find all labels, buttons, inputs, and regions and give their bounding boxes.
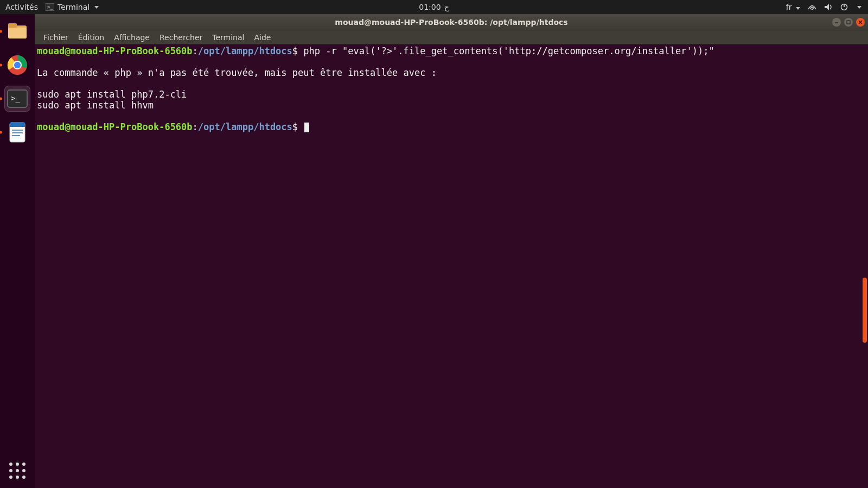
dock-files[interactable]	[4, 18, 30, 44]
terminal-window: mouad@mouad-HP-ProBook-6560b: /opt/lampp…	[35, 14, 868, 488]
svg-text:>_: >_	[11, 94, 20, 103]
keyboard-layout-label: fr	[786, 3, 792, 11]
terminal-line	[37, 56, 866, 67]
app-menu[interactable]: >_ Terminal	[46, 3, 99, 11]
terminal-line: mouad@mouad-HP-ProBook-6560b:/opt/lampp/…	[37, 121, 866, 132]
window-close-button[interactable]	[856, 18, 865, 27]
svg-point-11	[14, 62, 21, 68]
terminal-output-area[interactable]: mouad@mouad-HP-ProBook-6560b:/opt/lampp/…	[35, 44, 868, 488]
scrollbar-thumb[interactable]	[863, 278, 867, 343]
menu-rechercher[interactable]: Rechercher	[155, 31, 207, 43]
svg-text:>_: >_	[47, 4, 53, 10]
menu-terminal[interactable]: Terminal	[208, 31, 248, 43]
chevron-down-icon	[94, 6, 99, 9]
terminal-line: mouad@mouad-HP-ProBook-6560b:/opt/lampp/…	[37, 46, 866, 56]
terminal-line	[37, 111, 866, 121]
terminal-line: sudo apt install hhvm	[37, 100, 866, 111]
dock: >_	[0, 14, 35, 488]
svg-rect-8	[8, 28, 27, 38]
dock-terminal[interactable]: >_	[4, 86, 30, 112]
dock-writer[interactable]	[4, 119, 30, 145]
svg-rect-15	[10, 123, 25, 127]
chevron-down-icon	[857, 6, 861, 9]
app-menu-label: Terminal	[58, 3, 90, 11]
terminal-line: sudo apt install php7.2-cli	[37, 89, 866, 100]
terminal-line: La commande « php » n'a pas été trouvée,…	[37, 67, 866, 78]
menu-fichier[interactable]: Fichier	[39, 31, 73, 43]
activities-button[interactable]: Activités	[5, 3, 38, 11]
window-titlebar[interactable]: mouad@mouad-HP-ProBook-6560b: /opt/lampp…	[35, 14, 868, 30]
menu-aide[interactable]: Aide	[250, 31, 275, 43]
chevron-down-icon	[796, 7, 800, 10]
network-icon[interactable]	[808, 3, 816, 11]
window-title: mouad@mouad-HP-ProBook-6560b: /opt/lampp…	[335, 18, 567, 27]
clock[interactable]: 01:00	[419, 3, 441, 11]
volume-icon[interactable]	[824, 3, 833, 11]
terminal-cursor	[304, 123, 309, 132]
svg-marker-3	[825, 4, 829, 10]
terminal-menubar: Fichier Édition Affichage Rechercher Ter…	[35, 30, 868, 44]
svg-point-2	[812, 9, 813, 10]
window-minimize-button[interactable]	[832, 18, 841, 27]
clock-ext-icon: ح	[444, 3, 449, 11]
terminal-line	[37, 78, 866, 89]
show-applications-button[interactable]	[8, 461, 27, 480]
svg-rect-7	[8, 23, 17, 28]
terminal-small-icon: >_	[46, 3, 54, 11]
menu-edition[interactable]: Édition	[74, 31, 108, 43]
window-maximize-button[interactable]	[844, 18, 853, 27]
gnome-top-bar: Activités >_ Terminal 01:00 ح fr	[0, 0, 868, 14]
power-icon[interactable]	[840, 3, 848, 11]
menu-affichage[interactable]: Affichage	[110, 31, 154, 43]
keyboard-layout-indicator[interactable]: fr	[786, 3, 800, 11]
dock-chrome[interactable]	[4, 52, 30, 78]
svg-rect-20	[847, 21, 850, 24]
